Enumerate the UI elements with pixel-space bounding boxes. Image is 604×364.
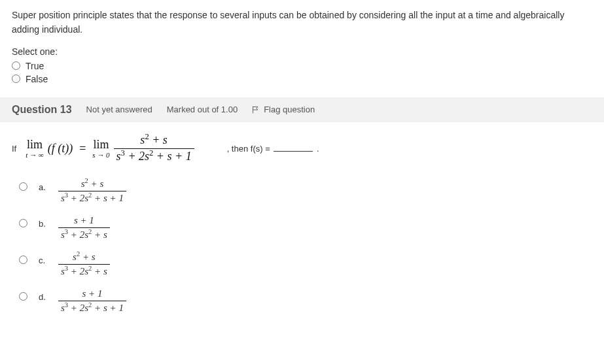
answer-status: Not yet answered bbox=[86, 105, 152, 114]
q13-stem: If lim t → ∞ (f (t)) = lim s → 0 s2 + s … bbox=[12, 134, 592, 163]
then-text: , then f(s) = . bbox=[227, 144, 319, 154]
lim2-word: lim bbox=[93, 139, 109, 150]
option-false-row: False bbox=[12, 74, 592, 84]
q13-options: a. s2 + s s3 + 2s2 + s + 1 b. s + 1 s3 +… bbox=[12, 178, 592, 313]
main-fraction: s2 + s s3 + 2s2 + s + 1 bbox=[114, 134, 194, 163]
lim2-sub: s → 0 bbox=[92, 152, 109, 159]
lim1-word: lim bbox=[27, 139, 43, 150]
radio-false[interactable] bbox=[12, 74, 20, 83]
letter-a: a. bbox=[39, 182, 49, 192]
flag-icon bbox=[252, 106, 260, 114]
q12-text: Super position principle states that the… bbox=[12, 8, 592, 37]
option-b-row: b. s + 1 s3 + 2s2 + s bbox=[16, 215, 592, 240]
q12-prompt: Select one: bbox=[12, 46, 592, 57]
radio-b[interactable] bbox=[19, 219, 27, 227]
lhs-limit: lim t → ∞ (f (t)) bbox=[26, 139, 73, 159]
main-num: s2 + s bbox=[137, 134, 169, 148]
question-number: Question 13 bbox=[12, 104, 72, 116]
main-den: s3 + 2s2 + s + 1 bbox=[114, 148, 194, 163]
label-true: True bbox=[26, 61, 44, 71]
marks-label: Marked out of 1.00 bbox=[167, 105, 238, 114]
option-d-row: d. s + 1 s3 + 2s2 + s + 1 bbox=[16, 288, 592, 313]
lim1-fn: (f (t)) bbox=[48, 142, 73, 156]
radio-c[interactable] bbox=[19, 256, 27, 264]
equals: = bbox=[79, 142, 86, 156]
option-c-row: c. s2 + s s3 + 2s2 + s bbox=[16, 252, 592, 276]
radio-true[interactable] bbox=[12, 61, 20, 70]
flag-question-link[interactable]: Flag question bbox=[252, 105, 315, 114]
option-c-formula: s2 + s s3 + 2s2 + s bbox=[58, 252, 110, 276]
option-true-row: True bbox=[12, 61, 592, 71]
option-a-row: a. s2 + s s3 + 2s2 + s + 1 bbox=[16, 178, 592, 203]
option-d-formula: s + 1 s3 + 2s2 + s + 1 bbox=[58, 288, 126, 313]
letter-b: b. bbox=[39, 219, 49, 229]
option-b-formula: s + 1 s3 + 2s2 + s bbox=[58, 215, 110, 240]
answer-blank bbox=[274, 149, 313, 152]
question-13: If lim t → ∞ (f (t)) = lim s → 0 s2 + s … bbox=[0, 122, 604, 331]
option-a-formula: s2 + s s3 + 2s2 + s + 1 bbox=[58, 178, 126, 203]
if-word: If bbox=[12, 144, 16, 154]
radio-d[interactable] bbox=[19, 292, 27, 301]
label-false: False bbox=[26, 74, 48, 84]
question-info-bar: Question 13 Not yet answered Marked out … bbox=[0, 97, 604, 122]
rhs-limit: lim s → 0 s2 + s s3 + 2s2 + s + 1 bbox=[92, 134, 194, 163]
flag-label: Flag question bbox=[264, 105, 315, 114]
letter-c: c. bbox=[39, 256, 49, 265]
radio-a[interactable] bbox=[19, 182, 27, 191]
q12-options: True False bbox=[12, 61, 592, 84]
letter-d: d. bbox=[39, 292, 49, 302]
lim1-sub: t → ∞ bbox=[26, 152, 43, 159]
question-12: Super position principle states that the… bbox=[0, 0, 604, 92]
